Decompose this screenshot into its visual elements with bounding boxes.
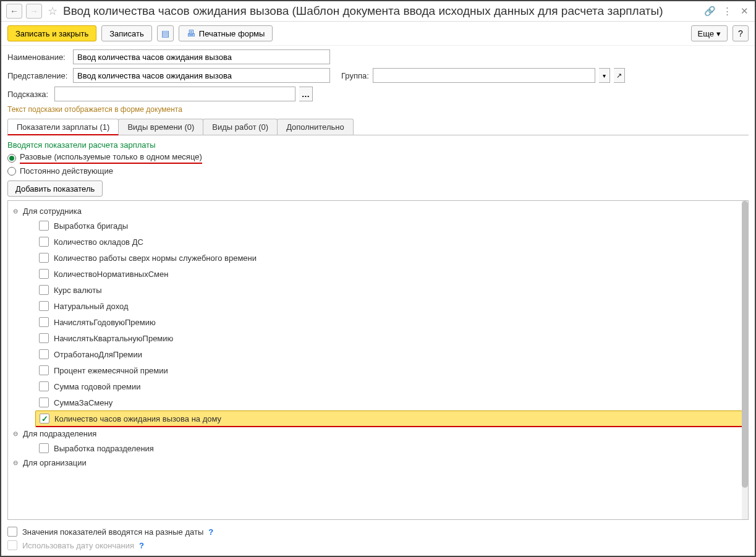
label-group: Группа: xyxy=(341,71,369,80)
nav-back-button[interactable]: ← xyxy=(6,4,22,19)
indicator-tree[interactable]: ⊖ Для сотрудника Выработка бригады Колич… xyxy=(7,200,749,520)
save-button[interactable]: Записать xyxy=(101,25,152,41)
help-button[interactable]: ? xyxy=(733,25,749,41)
label-use-end-date: Использовать дату окончания xyxy=(22,541,134,550)
print-forms-button[interactable]: 🖶 Печатные формы xyxy=(179,25,273,41)
favorite-star-icon[interactable]: ☆ xyxy=(46,4,59,18)
checkbox[interactable] xyxy=(39,443,49,453)
close-icon[interactable]: ✕ xyxy=(739,6,750,17)
input-name[interactable] xyxy=(73,49,330,64)
checkbox-different-dates[interactable] xyxy=(7,527,17,537)
section-indicators-label: Вводятся показатели расчета зарплаты xyxy=(7,140,749,150)
tabs: Показатели зарплаты (1) Виды времени (0)… xyxy=(7,119,749,135)
titlebar: ← → ☆ Ввод количества часов ожидания выз… xyxy=(1,1,755,22)
checkbox[interactable] xyxy=(39,333,49,343)
tree-toggle-icon[interactable]: ⊖ xyxy=(12,208,19,215)
scrollbar-thumb[interactable] xyxy=(742,201,748,488)
radio-permanent[interactable] xyxy=(7,167,16,176)
hint-ellipsis-button[interactable]: … xyxy=(299,87,313,101)
tree-toggle-icon[interactable]: ⊖ xyxy=(12,430,19,438)
tab-time-types[interactable]: Виды времени (0) xyxy=(118,119,203,135)
tree-group-organization[interactable]: ⊖ Для организации xyxy=(12,456,744,469)
more-label: Еще xyxy=(698,29,714,38)
tree-item[interactable]: Курс валюты xyxy=(39,282,744,298)
radio-row-permanent[interactable]: Постоянно действующие xyxy=(7,166,749,176)
label-name: Наименование: xyxy=(7,53,69,62)
checkbox[interactable] xyxy=(39,365,49,375)
tab-additional[interactable]: Дополнительно xyxy=(277,119,354,135)
window-title: Ввод количества часов ожидания вызова (Ш… xyxy=(63,4,700,18)
link-icon[interactable]: 🔗 xyxy=(704,6,715,17)
radio-once-label: Разовые (используемые только в одном мес… xyxy=(20,152,202,164)
row-hint: Подсказка: … xyxy=(7,87,749,101)
tab-salary-indicators[interactable]: Показатели зарплаты (1) xyxy=(7,119,119,135)
tree-item[interactable]: Выработка подразделения xyxy=(39,440,744,456)
help-icon[interactable]: ? xyxy=(139,541,144,550)
label-representation: Представление: xyxy=(7,71,69,80)
footer-check-use-end-date: Использовать дату окончания ? xyxy=(7,538,749,552)
tree-item-hours-waiting[interactable]: ✓ Количество часов ожидания вызова на до… xyxy=(35,410,744,427)
checkbox[interactable] xyxy=(39,317,49,327)
footer-check-different-dates[interactable]: Значения показателей вводятся на разные … xyxy=(7,525,749,538)
group-dropdown-button[interactable]: ▾ xyxy=(599,68,610,83)
form-body: Наименование: Представление: Группа: ▾ ↗… xyxy=(1,46,755,556)
add-indicator-button[interactable]: Добавить показатель xyxy=(7,181,103,197)
tab-work-types[interactable]: Виды работ (0) xyxy=(203,119,278,135)
titlebar-icons: 🔗 ⋮ ✕ xyxy=(704,6,750,17)
checkbox[interactable] xyxy=(39,237,49,247)
kebab-menu-icon[interactable]: ⋮ xyxy=(721,6,733,17)
label-hint: Подсказка: xyxy=(7,90,51,99)
group-open-button[interactable]: ↗ xyxy=(614,68,625,83)
tree-group-department-label: Для подразделения xyxy=(23,429,96,438)
tree-group-employee[interactable]: ⊖ Для сотрудника xyxy=(12,205,744,218)
checkbox[interactable] xyxy=(39,301,49,311)
checkbox-checked[interactable]: ✓ xyxy=(40,414,49,423)
print-forms-label: Печатные формы xyxy=(199,29,265,38)
row-name: Наименование: xyxy=(7,49,749,64)
tree-item[interactable]: Сумма годовой премии xyxy=(39,378,744,394)
nav-forward-button[interactable]: → xyxy=(26,4,42,19)
tree-group-organization-label: Для организации xyxy=(23,458,87,467)
checkbox[interactable] xyxy=(39,253,49,263)
tree-item[interactable]: НачислятьКвартальнуюПремию xyxy=(39,330,744,346)
tree-item[interactable]: НачислятьГодовуюПремию xyxy=(39,314,744,330)
tree-item[interactable]: Количество окладов ДС xyxy=(39,234,744,250)
input-representation[interactable] xyxy=(73,68,330,83)
row-representation: Представление: Группа: ▾ ↗ xyxy=(7,68,749,83)
radio-row-once[interactable]: Разовые (используемые только в одном мес… xyxy=(7,152,749,164)
printer-icon: 🖶 xyxy=(187,28,195,38)
list-icon: ▤ xyxy=(161,28,169,38)
tree-children-department: Выработка подразделения xyxy=(12,440,744,456)
tree-group-employee-label: Для сотрудника xyxy=(23,206,82,216)
radio-once[interactable] xyxy=(7,154,16,163)
checkbox[interactable] xyxy=(39,269,49,279)
footer-checks: Значения показателей вводятся на разные … xyxy=(7,525,749,552)
tree-item[interactable]: Количество работы сверх нормы служебного… xyxy=(39,250,744,266)
checkbox-use-end-date xyxy=(7,540,17,550)
tree-item[interactable]: Выработка бригады xyxy=(39,218,744,234)
label-different-dates: Значения показателей вводятся на разные … xyxy=(22,527,203,537)
tree-group-department[interactable]: ⊖ Для подразделения xyxy=(12,427,744,440)
scrollbar-track[interactable] xyxy=(742,201,748,519)
tree-item[interactable]: ОтработаноДляПремии xyxy=(39,346,744,362)
checkbox[interactable] xyxy=(39,285,49,295)
input-hint[interactable] xyxy=(54,87,295,101)
checkbox[interactable] xyxy=(39,349,49,359)
checkbox[interactable] xyxy=(39,398,49,407)
tree-toggle-icon[interactable]: ⊖ xyxy=(12,459,19,467)
window-root: ← → ☆ Ввод количества часов ожидания выз… xyxy=(0,0,756,557)
tree-children-employee: Выработка бригады Количество окладов ДС … xyxy=(12,218,744,427)
tree-item[interactable]: КоличествоНормативныхСмен xyxy=(39,266,744,282)
list-action-button[interactable]: ▤ xyxy=(157,25,174,41)
toolbar: Записать и закрыть Записать ▤ 🖶 Печатные… xyxy=(1,22,755,46)
tree-item[interactable]: Процент ежемесячной премии xyxy=(39,362,744,378)
save-and-close-button[interactable]: Записать и закрыть xyxy=(7,25,96,41)
tree-item[interactable]: СуммаЗаСмену xyxy=(39,394,744,410)
checkbox[interactable] xyxy=(39,221,49,231)
radio-permanent-label: Постоянно действующие xyxy=(20,166,113,176)
checkbox[interactable] xyxy=(39,381,49,391)
input-group[interactable] xyxy=(373,68,595,83)
help-icon[interactable]: ? xyxy=(208,527,213,537)
more-button[interactable]: Еще ▾ xyxy=(691,25,728,41)
tree-item[interactable]: Натуральный доход xyxy=(39,298,744,314)
